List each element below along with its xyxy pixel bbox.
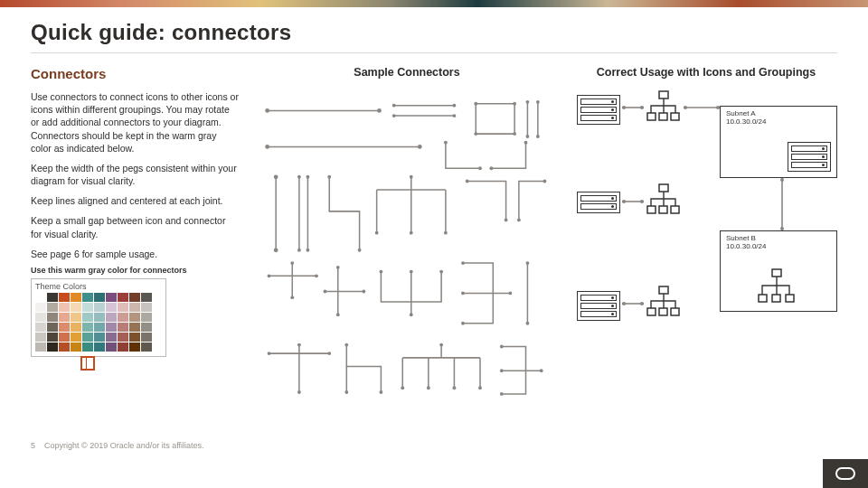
svg-point-79: [427, 386, 430, 389]
svg-point-59: [439, 270, 443, 274]
svg-rect-93: [671, 113, 679, 120]
connector-icon: [778, 178, 786, 230]
connector-icon: [622, 198, 644, 205]
color-swatch: [82, 303, 93, 312]
svg-point-63: [461, 322, 465, 325]
svg-point-46: [505, 219, 508, 222]
copyright: Copyright © 2019 Oracle and/or its affil…: [44, 441, 204, 450]
color-swatch: [129, 313, 140, 322]
color-swatch: [71, 343, 81, 352]
svg-point-96: [716, 106, 720, 109]
color-swatch: [129, 333, 140, 342]
hierarchy-icon: [757, 267, 797, 307]
svg-rect-90: [659, 91, 668, 99]
gray-color-note: Use this warm gray color for connectors: [31, 266, 239, 275]
svg-point-69: [526, 322, 530, 325]
color-swatch: [35, 313, 46, 322]
subnet-a-cidr: 10.0.30.0/24: [726, 118, 831, 127]
svg-rect-92: [659, 113, 667, 120]
color-swatch: [59, 323, 70, 332]
left-p1: Use connectors to connect icons to other…: [31, 90, 239, 155]
svg-point-11: [474, 132, 477, 136]
color-swatch: [35, 343, 46, 352]
svg-point-74: [344, 343, 348, 347]
left-p2: Keep the width of the pegs consistent wi…: [31, 162, 239, 187]
server-icon: [577, 291, 620, 321]
svg-point-58: [410, 270, 413, 274]
color-swatch: [59, 313, 70, 322]
svg-point-55: [324, 290, 327, 294]
color-swatch: [106, 323, 117, 332]
svg-point-22: [444, 141, 448, 145]
svg-point-54: [336, 313, 340, 316]
svg-point-1: [265, 108, 269, 113]
svg-point-73: [297, 390, 301, 394]
svg-point-15: [526, 135, 530, 138]
color-swatch: [59, 293, 70, 302]
color-swatch: [94, 313, 105, 322]
svg-point-52: [290, 296, 294, 299]
color-swatch: [47, 333, 58, 342]
svg-point-89: [640, 106, 644, 109]
svg-point-21: [418, 145, 422, 149]
svg-point-83: [500, 345, 504, 349]
color-swatch: [82, 323, 93, 332]
svg-point-85: [500, 392, 504, 396]
color-swatch: [106, 293, 117, 302]
hierarchy-icon: [646, 285, 682, 321]
middle-heading: Sample Connectors: [260, 66, 553, 79]
svg-point-62: [461, 261, 465, 265]
decorative-top-strip: [0, 0, 868, 7]
color-swatch: [94, 323, 105, 332]
svg-point-51: [290, 261, 294, 265]
svg-point-68: [526, 261, 530, 265]
color-swatch: [47, 313, 58, 322]
color-swatch: [118, 323, 128, 332]
svg-point-113: [640, 302, 644, 305]
left-p5: See page 6 for sample usage.: [31, 248, 239, 260]
page-title: Quick guide: connectors: [31, 20, 837, 53]
subnet-b-group: Subnet B 10.0.30.0/24: [720, 230, 837, 312]
color-swatch: [35, 293, 46, 302]
connector-icon: [622, 300, 644, 307]
color-swatch: [141, 303, 152, 312]
svg-rect-109: [772, 295, 780, 302]
svg-point-17: [536, 100, 540, 104]
svg-rect-106: [671, 206, 679, 213]
svg-rect-115: [647, 308, 656, 315]
svg-point-12: [513, 132, 516, 136]
color-swatch: [94, 343, 105, 352]
color-swatch: [82, 333, 93, 342]
color-swatch: [141, 293, 152, 302]
connector-icon: [684, 104, 720, 111]
svg-point-30: [297, 175, 301, 179]
swatch-grid: [35, 293, 162, 352]
color-swatch: [141, 343, 152, 352]
color-swatch: [47, 343, 58, 352]
footer: 5 Copyright © 2019 Oracle and/or its aff…: [31, 441, 204, 450]
svg-point-98: [780, 178, 784, 182]
right-column: Correct Usage with Icons and Groupings S…: [575, 66, 837, 418]
left-column: Connectors Use connectors to connect ico…: [31, 66, 239, 418]
svg-point-34: [307, 249, 310, 252]
color-swatch: [118, 333, 128, 342]
svg-point-78: [401, 386, 404, 389]
svg-point-31: [297, 249, 301, 252]
svg-point-2: [377, 108, 382, 113]
subnet-b-cidr: 10.0.30.0/24: [726, 243, 831, 251]
svg-point-57: [380, 270, 383, 274]
svg-point-75: [380, 390, 383, 394]
svg-rect-104: [647, 206, 656, 213]
svg-point-86: [540, 369, 543, 372]
color-swatch: [94, 303, 105, 312]
svg-point-7: [392, 114, 396, 117]
color-swatch: [106, 343, 117, 352]
svg-rect-103: [659, 184, 668, 192]
color-swatch: [35, 333, 46, 342]
usage-diagram: Subnet A 10.0.30.0/24: [575, 88, 837, 413]
svg-point-40: [375, 231, 379, 235]
color-swatch: [71, 313, 81, 322]
svg-point-70: [268, 352, 271, 355]
color-swatch: [129, 293, 140, 302]
svg-point-102: [640, 200, 644, 203]
